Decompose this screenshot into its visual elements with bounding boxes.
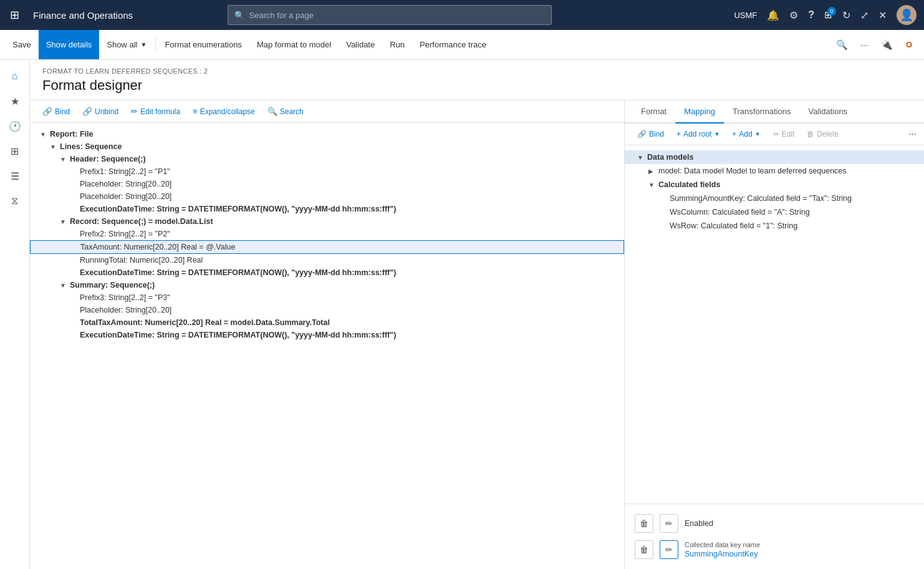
model-node[interactable]: WsColumn: Calculated field = "A": String [625, 205, 924, 219]
model-label: SummingAmountKey: Calculated field = "Ta… [670, 194, 852, 203]
search-toolbar-icon[interactable]: 🔍 [832, 35, 852, 55]
expand-collapse-button[interactable]: ≡ Expand/collapse [188, 104, 260, 119]
run-button[interactable]: Run [382, 30, 412, 59]
format-enumerations-button[interactable]: Format enumerations [157, 30, 249, 59]
refresh-icon[interactable]: ↻ [842, 9, 850, 21]
breadcrumb: FORMAT TO LEARN DEFERRED SEQUENCES : 2 [42, 67, 912, 75]
sidebar-icon-home[interactable]: ⌂ [4, 65, 26, 87]
tree-node[interactable]: TotalTaxAmount: Numeric[20..20] Real = m… [30, 316, 624, 329]
main-toolbar: Save Show details Show all ▼ Format enum… [0, 30, 924, 60]
tree-node[interactable]: Placeholder: String[20..20] [30, 178, 624, 190]
more-options-icon[interactable]: ··· [854, 35, 874, 55]
toolbar-right: 🔍 ··· 🔌 O [832, 35, 919, 55]
separator-1 [155, 37, 156, 52]
sidebar-filter-icon[interactable]: ⧖ [4, 190, 26, 212]
tree-node[interactable]: Prefix2: String[2..2] = "P2" [30, 228, 624, 240]
tab-validations[interactable]: Validations [799, 100, 856, 124]
help-icon[interactable]: ? [808, 9, 814, 21]
tree-node[interactable]: Prefix3: String[2..2] = "P3" [30, 291, 624, 304]
save-button[interactable]: Save [5, 30, 39, 59]
collected-key-label: Collected data key name [685, 541, 760, 548]
rp-add2-icon: + [732, 130, 736, 139]
model-node[interactable]: SummingAmountKey: Calculated field = "Ta… [625, 192, 924, 205]
tree-node[interactable]: Prefix1: String[2..2] = "P1" [30, 165, 624, 178]
node-label: Prefix3: String[2..2] = "P3" [80, 293, 170, 302]
rp-more-icon[interactable]: ··· [908, 129, 917, 140]
top-navigation: ⊞ Finance and Operations 🔍 USMF 🔔 ⚙ ? ⊞ … [0, 0, 924, 30]
edit-formula-button[interactable]: ✏ Edit formula [126, 104, 185, 119]
model-node[interactable]: ▶model: Data model Model to learn deferr… [625, 164, 924, 178]
node-arrow: ▼ [40, 131, 49, 138]
tree-node[interactable]: ▼Record: Sequence(;) = model.Data.List [30, 215, 624, 228]
tree-node[interactable]: RunningTotal: Numeric[20..20] Real [30, 254, 624, 266]
model-node[interactable]: ▼Data models [625, 150, 924, 164]
map-format-to-model-button[interactable]: Map format to model [249, 30, 339, 59]
key-delete-btn[interactable]: 🗑 [635, 540, 653, 559]
left-panel: 🔗 Bind 🔗 Unbind ✏ Edit formula ≡ Expand/… [30, 100, 625, 569]
tab-mapping[interactable]: Mapping [675, 100, 724, 124]
global-search-input[interactable] [249, 11, 545, 20]
tab-transformations[interactable]: Transformations [724, 100, 799, 124]
enabled-row: 🗑 ✏ Enabled [635, 510, 914, 537]
rp-bind-button[interactable]: 🔗 Bind [632, 127, 669, 141]
expand-icon[interactable]: ⤢ [860, 9, 869, 21]
tab-format[interactable]: Format [632, 100, 675, 124]
right-panel-tabs: FormatMappingTransformationsValidations [625, 100, 924, 124]
page-header: FORMAT TO LEARN DEFERRED SEQUENCES : 2 F… [30, 60, 924, 100]
tree-node[interactable]: ▼Summary: Sequence(;) [30, 279, 624, 291]
rp-delete-button[interactable]: 🗑 Delete [802, 127, 844, 141]
enabled-edit-btn[interactable]: ✏ [660, 514, 678, 533]
node-label: RunningTotal: Numeric[20..20] Real [80, 256, 203, 265]
global-search-box[interactable]: 🔍 [228, 5, 552, 25]
main-layout: ⌂ ★ 🕐 ⊞ ☰ ⧖ FORMAT TO LEARN DEFERRED SEQ… [0, 60, 924, 569]
show-all-button[interactable]: Show all ▼ [99, 30, 154, 59]
key-edit-btn[interactable]: ✏ [660, 540, 678, 559]
rp-add-root-button[interactable]: + Add root ▼ [671, 127, 724, 141]
close-icon[interactable]: ✕ [878, 9, 887, 21]
tree-node[interactable]: ExecutionDateTime: String = DATETIMEFORM… [30, 329, 624, 341]
model-node[interactable]: ▼Calculated fields [625, 178, 924, 192]
edit-icon: ✏ [131, 107, 138, 116]
node-label: Lines: Sequence [60, 142, 122, 151]
badge-button[interactable]: ⊞ 0 [824, 9, 832, 21]
sidebar-icon-modules[interactable]: ☰ [4, 165, 26, 187]
node-label: ExecutionDateTime: String = DATETIMEFORM… [80, 331, 396, 339]
show-details-button[interactable]: Show details [39, 30, 100, 59]
performance-trace-button[interactable]: Performance trace [412, 30, 494, 59]
gear-icon[interactable]: ⚙ [789, 9, 798, 21]
node-arrow: ▼ [60, 156, 69, 163]
tree-node[interactable]: ▼Report: File [30, 128, 624, 140]
model-node[interactable]: WsRow: Calculated field = "1": String [625, 219, 924, 233]
bell-icon[interactable]: 🔔 [767, 9, 779, 21]
tree-node[interactable]: Placeholder: String[20..20] [30, 304, 624, 316]
tree-node[interactable]: ▼Header: Sequence(;) [30, 153, 624, 165]
sidebar-icon-recent[interactable]: 🕐 [4, 115, 26, 137]
search-button[interactable]: 🔍 Search [262, 104, 309, 119]
unbind-button[interactable]: 🔗 Unbind [77, 104, 123, 119]
right-panel-toolbar: 🔗 Bind + Add root ▼ + Add ▼ ✏ [625, 124, 924, 145]
model-label: Calculated fields [658, 180, 720, 189]
sidebar-icon-workspaces[interactable]: ⊞ [4, 140, 26, 162]
validate-button[interactable]: Validate [339, 30, 382, 59]
tree-node[interactable]: Placeholder: String[20..20] [30, 190, 624, 203]
office-icon[interactable]: O [899, 35, 919, 55]
tree-node[interactable]: ▼Lines: Sequence [30, 140, 624, 153]
link-icon: 🔗 [42, 107, 52, 116]
chevron-down-icon: ▼ [141, 41, 147, 48]
bind-button[interactable]: 🔗 Bind [37, 104, 75, 119]
node-label: Prefix2: String[2..2] = "P2" [80, 230, 170, 238]
sidebar-icon-favorites[interactable]: ★ [4, 90, 26, 112]
plugin-icon[interactable]: 🔌 [877, 35, 897, 55]
content-area: FORMAT TO LEARN DEFERRED SEQUENCES : 2 F… [30, 60, 924, 569]
enabled-delete-btn[interactable]: 🗑 [635, 514, 653, 533]
right-panel: FormatMappingTransformationsValidations … [625, 100, 924, 569]
tree-node[interactable]: TaxAmount: Numeric[20..20] Real = @.Valu… [30, 240, 624, 254]
tree-node[interactable]: ExecutionDateTime: String = DATETIMEFORM… [30, 266, 624, 279]
rp-add-button[interactable]: + Add ▼ [727, 127, 765, 141]
rp-edit-button[interactable]: ✏ Edit [768, 127, 800, 141]
model-arrow: ▶ [648, 168, 657, 175]
app-grid-icon[interactable]: ⊞ [7, 6, 22, 24]
unlink-icon: 🔗 [82, 107, 92, 116]
avatar[interactable]: 👤 [897, 5, 917, 25]
tree-node[interactable]: ExecutionDateTime: String = DATETIMEFORM… [30, 203, 624, 215]
